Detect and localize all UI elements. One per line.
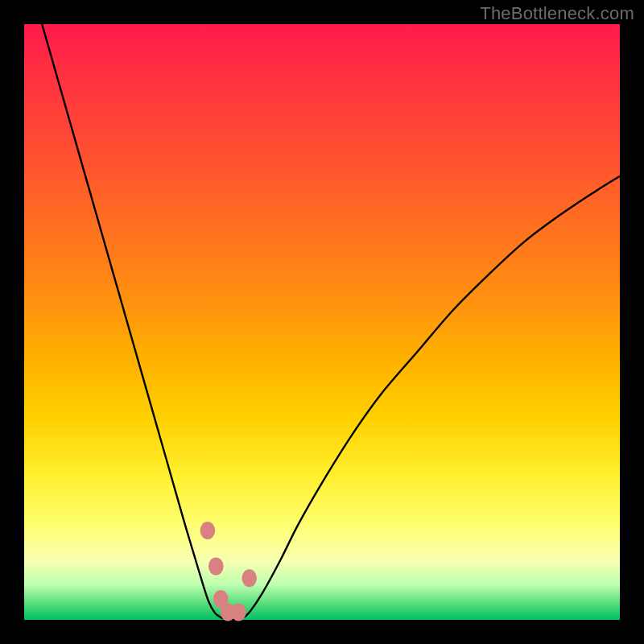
right-marker [242,569,257,587]
marker-group [200,522,257,621]
curve-svg [24,24,620,620]
chart-frame: TheBottleneck.com [0,0,644,644]
curve-right-branch [245,176,620,617]
left-marker-low [208,557,224,575]
plot-area [24,24,620,620]
valley-marker-3 [231,603,246,621]
watermark-text: TheBottleneck.com [480,3,634,24]
curve-left-branch [42,24,221,617]
left-marker-top [200,522,216,539]
